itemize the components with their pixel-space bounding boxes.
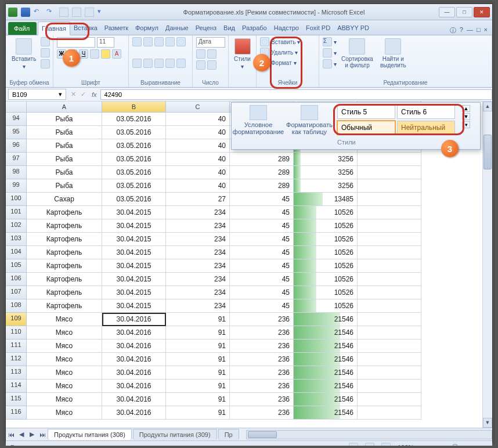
redo-icon[interactable]: ↷ (46, 8, 56, 17)
cell[interactable]: 234 (166, 206, 230, 219)
cell[interactable]: 45 (230, 299, 294, 313)
fx-icon[interactable]: fx (88, 91, 100, 98)
fill-button[interactable]: ▾ (323, 48, 337, 57)
cell[interactable] (358, 366, 421, 380)
cell-databar[interactable]: 3256 (294, 153, 358, 166)
cell[interactable]: Мясо (27, 313, 102, 326)
help-icon[interactable]: ⓘ (450, 26, 456, 35)
enter-icon[interactable]: ✓ (78, 91, 88, 98)
row-header[interactable]: 112 (6, 353, 27, 366)
scroll-up-icon[interactable]: ▲ (483, 102, 492, 111)
cell[interactable]: 40 (166, 179, 230, 193)
row-header[interactable]: 96 (6, 139, 27, 153)
cell[interactable]: Рыба (27, 166, 102, 179)
cell[interactable]: Рыба (27, 153, 102, 166)
scroll-down-icon[interactable]: ▼ (483, 418, 492, 428)
cell[interactable]: 91 (166, 353, 230, 366)
cell[interactable]: 91 (166, 313, 230, 326)
formula-bar[interactable]: 42490 (100, 89, 492, 100)
cell[interactable]: 234 (166, 286, 230, 299)
cell[interactable]: 40 (166, 166, 230, 179)
cell[interactable]: 91 (166, 380, 230, 393)
vertical-scrollbar[interactable]: ▲ ▼ (482, 102, 492, 428)
cell[interactable]: Мясо (27, 366, 102, 380)
cell[interactable] (358, 219, 421, 233)
row-header[interactable]: 108 (6, 299, 27, 313)
next-sheet-icon[interactable]: ▶ (27, 431, 37, 438)
zoom-out-icon[interactable]: − (421, 444, 424, 446)
scroll-track[interactable] (483, 111, 492, 418)
orient-icon[interactable] (165, 37, 175, 46)
cell[interactable] (358, 166, 421, 179)
cell[interactable]: 236 (230, 339, 294, 353)
cell[interactable]: 91 (166, 393, 230, 406)
cell[interactable]: 03.05.2016 (102, 113, 166, 126)
cell[interactable]: 45 (230, 233, 294, 246)
cell[interactable] (358, 286, 421, 299)
last-sheet-icon[interactable]: ⏭ (37, 431, 48, 438)
first-sheet-icon[interactable]: ⏮ (6, 431, 16, 438)
qat-more-icon[interactable]: ▾ (98, 8, 107, 17)
cell[interactable]: 45 (230, 193, 294, 206)
cell[interactable] (358, 273, 421, 286)
cell[interactable]: 30.04.2015 (102, 246, 166, 259)
cell[interactable]: Мясо (27, 353, 102, 366)
cell[interactable]: Сахар (27, 193, 102, 206)
sheet-tab-active[interactable]: Продукты питания (308) (48, 429, 132, 440)
cell[interactable]: 40 (166, 153, 230, 166)
row-header[interactable]: 106 (6, 273, 27, 286)
cell[interactable]: 289 (230, 153, 294, 166)
cell[interactable]: 30.04.2015 (102, 299, 166, 313)
percent-icon[interactable] (207, 49, 216, 59)
gallery-down-icon[interactable]: ▼ (462, 113, 470, 120)
font-family-combo[interactable] (57, 37, 95, 48)
align-mid-icon[interactable] (143, 37, 153, 46)
mdi-min-icon[interactable]: — (467, 26, 473, 35)
cell[interactable]: 234 (166, 273, 230, 286)
style-option[interactable]: Стиль 5 (337, 105, 395, 119)
cell[interactable]: 30.04.2016 (102, 353, 166, 366)
cell[interactable]: Мясо (27, 406, 102, 420)
cell[interactable]: 30.04.2015 (102, 219, 166, 233)
row-header[interactable]: 113 (6, 366, 27, 380)
cell[interactable]: Мясо (27, 393, 102, 406)
cell[interactable]: Мясо (27, 339, 102, 353)
dec-decimal-icon[interactable] (207, 60, 216, 70)
cell[interactable]: 30.04.2016 (102, 326, 166, 339)
cell-databar[interactable]: 3256 (294, 179, 358, 193)
cell-databar[interactable]: 21546 (294, 380, 358, 393)
view-layout-icon[interactable] (365, 443, 374, 446)
cell[interactable] (358, 393, 421, 406)
zoom-in-icon[interactable]: + (484, 444, 488, 446)
indent-dec-icon[interactable] (165, 59, 175, 68)
cell[interactable]: 40 (166, 126, 230, 139)
row-header[interactable]: 102 (6, 219, 27, 233)
styles-button[interactable]: Стили ▾ (232, 37, 253, 71)
ribbon-tab[interactable]: Вставка (70, 21, 101, 35)
sort-filter-button[interactable]: Сортировка и фильтр (339, 37, 376, 70)
number-format-combo[interactable]: Дата (196, 37, 225, 48)
cell[interactable]: 236 (230, 406, 294, 420)
delete-cells-button[interactable]: Удалить ▾ (260, 48, 298, 57)
autosum-button[interactable]: Σ▾ (323, 37, 337, 46)
cell[interactable]: Картофель (27, 286, 102, 299)
cell[interactable] (358, 206, 421, 219)
row-header[interactable]: 107 (6, 286, 27, 299)
horizontal-scrollbar[interactable] (246, 430, 492, 439)
cell[interactable] (358, 380, 421, 393)
cell[interactable]: Рыба (27, 113, 102, 126)
cell[interactable]: 236 (230, 313, 294, 326)
bold-icon[interactable]: Ж (57, 49, 66, 59)
cell-databar[interactable]: 10526 (294, 206, 358, 219)
cell[interactable]: 45 (230, 273, 294, 286)
cell[interactable]: 236 (230, 393, 294, 406)
cell[interactable]: 30.04.2015 (102, 206, 166, 219)
cell[interactable]: 03.05.2016 (102, 179, 166, 193)
cell-databar[interactable]: 21546 (294, 326, 358, 339)
row-header[interactable]: 103 (6, 233, 27, 246)
cell[interactable]: Мясо (27, 326, 102, 339)
cell[interactable]: Картофель (27, 299, 102, 313)
gallery-more-icon[interactable]: ▾ (462, 121, 470, 128)
merge-icon[interactable] (176, 59, 186, 68)
cell[interactable] (358, 339, 421, 353)
